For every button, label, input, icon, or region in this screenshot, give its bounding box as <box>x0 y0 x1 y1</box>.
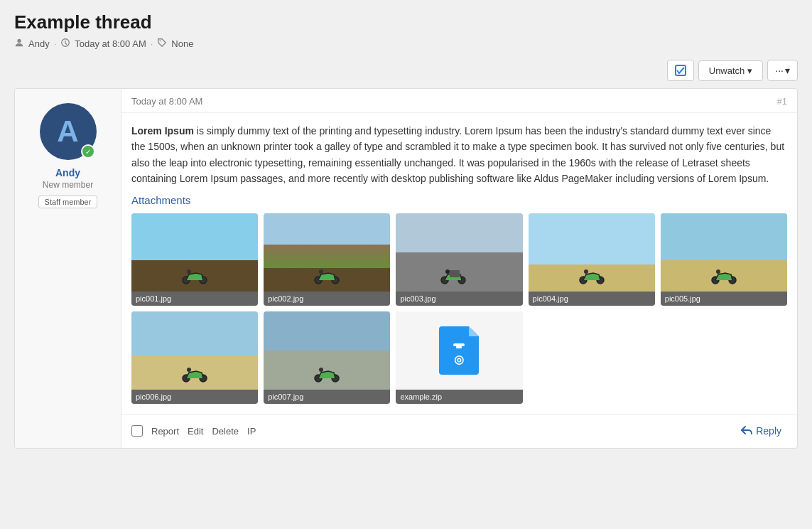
reply-label: Reply <box>756 425 781 437</box>
person-icon <box>14 38 24 50</box>
tag-icon <box>157 38 167 50</box>
attachment-filename-1: pic001.jpg <box>131 292 258 306</box>
post-footer-left: Report Edit Delete IP <box>131 425 256 437</box>
report-link[interactable]: Report <box>151 426 179 437</box>
attachment-pic006[interactable]: pic006.jpg <box>131 311 258 404</box>
attachment-filename-7: pic007.jpg <box>264 390 390 404</box>
attachment-filename-zip: example.zip <box>396 390 522 404</box>
post-select-checkbox[interactable] <box>131 425 143 437</box>
ip-link[interactable]: IP <box>247 426 256 437</box>
page-wrapper: Example thread Andy · Today at 8:00 AM ·… <box>0 0 812 529</box>
post-timestamp: Today at 8:00 AM <box>131 96 202 107</box>
meta-username: Andy <box>28 38 50 49</box>
attachment-filename-3: pic003.jpg <box>396 292 522 306</box>
post-sidebar: A ✓ Andy New member Staff member <box>15 89 121 448</box>
svg-point-25 <box>319 368 323 372</box>
svg-rect-27 <box>456 346 462 348</box>
attachment-pic002[interactable]: pic002.jpg <box>264 213 390 306</box>
thread-title: Example thread <box>14 11 798 33</box>
reply-icon <box>741 424 752 438</box>
post-number: #1 <box>777 96 787 107</box>
attachment-zip[interactable]: ◎ example.zip <box>396 311 522 404</box>
svg-point-22 <box>187 368 191 372</box>
attachment-thumb-2 <box>264 213 390 292</box>
chevron-down-icon: ▾ <box>785 65 790 76</box>
more-dots: ··· <box>775 65 784 76</box>
attachment-thumb-7 <box>264 311 390 390</box>
attachment-thumb-5 <box>661 213 787 292</box>
more-button[interactable]: ··· ▾ <box>767 60 798 81</box>
post-author-role: New member <box>43 180 93 190</box>
online-badge: ✓ <box>81 144 95 159</box>
post-body: Lorem Ipsum is simply dummy text of the … <box>121 113 797 194</box>
post-container: A ✓ Andy New member Staff member Today a… <box>14 88 798 449</box>
svg-text:◎: ◎ <box>454 353 464 365</box>
check-button[interactable] <box>667 60 694 81</box>
meta-tag: None <box>171 38 193 49</box>
svg-point-2 <box>160 41 161 42</box>
chevron-down-icon: ▾ <box>747 65 752 76</box>
attachment-thumb-6 <box>131 311 258 390</box>
attachment-filename-2: pic002.jpg <box>264 292 390 306</box>
post-header: Today at 8:00 AM #1 <box>121 89 797 113</box>
svg-rect-26 <box>453 343 465 346</box>
attachment-filename-5: pic005.jpg <box>661 292 787 306</box>
attachment-thumb-4 <box>529 213 655 292</box>
attachment-pic003[interactable]: pic003.jpg <box>396 213 522 306</box>
post-main: Today at 8:00 AM #1 Lorem Ipsum is simpl… <box>121 89 797 448</box>
attachments-section: Attachments pic001.jpg <box>121 194 797 414</box>
zip-file-icon: ◎ <box>439 326 479 375</box>
meta-timestamp: Today at 8:00 AM <box>75 38 146 49</box>
attachment-filename-6: pic006.jpg <box>131 390 258 404</box>
reply-button[interactable]: Reply <box>735 422 787 441</box>
attachment-pic005[interactable]: pic005.jpg <box>661 213 787 306</box>
svg-point-12 <box>445 269 450 274</box>
svg-point-0 <box>17 39 21 43</box>
svg-point-9 <box>319 269 323 274</box>
attachments-title: Attachments <box>131 194 787 206</box>
clock-icon <box>60 38 70 50</box>
edit-link[interactable]: Edit <box>188 426 203 437</box>
post-author-name: Andy <box>55 167 80 178</box>
post-footer: Report Edit Delete IP Reply <box>121 414 797 448</box>
attachments-grid-row2: pic006.jpg pic007.jpg <box>131 311 787 404</box>
attachment-filename-4: pic004.jpg <box>529 292 655 306</box>
zip-thumb: ◎ <box>396 311 522 390</box>
svg-rect-13 <box>450 270 460 277</box>
attachment-pic001[interactable]: pic001.jpg <box>131 213 258 306</box>
delete-link[interactable]: Delete <box>212 426 239 437</box>
staff-badge: Staff member <box>38 196 98 208</box>
attachment-pic007[interactable]: pic007.jpg <box>264 311 390 404</box>
unwatch-button[interactable]: Unwatch ▾ <box>698 60 764 81</box>
attachment-pic004[interactable]: pic004.jpg <box>529 213 655 306</box>
post-body-text: is simply dummy text of the printing and… <box>131 125 784 184</box>
svg-point-6 <box>187 269 191 274</box>
svg-point-16 <box>584 269 588 274</box>
attachment-thumb-3 <box>396 213 522 292</box>
avatar-wrapper: A ✓ <box>40 103 97 160</box>
svg-point-19 <box>716 269 720 274</box>
thread-actions: Unwatch ▾ ··· ▾ <box>14 60 798 81</box>
unwatch-label: Unwatch <box>709 65 745 76</box>
online-icon: ✓ <box>85 148 91 156</box>
attachments-grid-row1: pic001.jpg pic002.jpg <box>131 213 787 306</box>
post-body-bold: Lorem Ipsum <box>131 125 194 137</box>
thread-meta: Andy · Today at 8:00 AM · None <box>14 38 798 50</box>
attachment-thumb-1 <box>131 213 258 292</box>
